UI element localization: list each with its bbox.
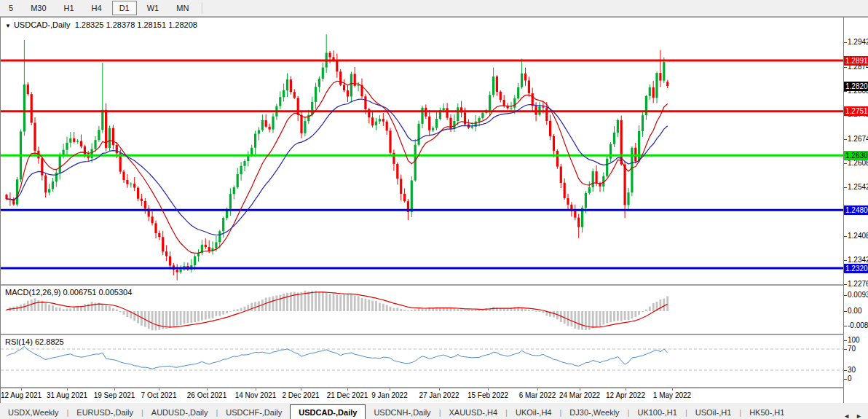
date-label: 31 Aug 2021 (47, 391, 87, 399)
date-tick (580, 388, 580, 391)
timeframe-button-5[interactable]: 5 (1, 1, 20, 15)
chart-tab-usoil-h1[interactable]: USOil-,H1 (687, 406, 740, 419)
date-tick (488, 388, 489, 391)
timeframe-toolbar: 5M30H1H4D1W1MN (0, 0, 868, 17)
candles-layer (5, 34, 668, 280)
chart-tab-usdx-weekly[interactable]: USDX,Weekly (0, 406, 66, 419)
macd-signal-value: 0.005304 (98, 288, 132, 297)
axis-tick (844, 379, 847, 380)
bar-close-value: 1.28208 (168, 20, 197, 29)
axis-tick (844, 340, 847, 341)
axis-tick (844, 139, 847, 140)
date-label: 12 Apr 2022 (606, 391, 645, 399)
timeframe-button-M30[interactable]: M30 (23, 1, 53, 15)
price-line-badge-1.23203: 1.23203 (844, 264, 868, 273)
macd-indicator-label: MACD(12,26,9) 0.006751 0.005304 (5, 288, 132, 297)
date-tick (256, 388, 256, 391)
price-tick-label: 1.22760 (848, 280, 868, 288)
axis-tick (844, 370, 847, 371)
date-label: 15 Feb 2022 (467, 391, 508, 399)
chart-tab-audusd-daily[interactable]: AUDUSD-,Daily (143, 406, 216, 419)
timeframe-button-D1[interactable]: D1 (112, 1, 137, 15)
axis-tick (844, 284, 847, 285)
price-line-badge-1.24800: 1.24800 (844, 205, 868, 215)
bar-low-value: 1.28151 (137, 20, 166, 29)
price-line-badge-1.27515: 1.27515 (844, 106, 868, 116)
axis-tick (844, 326, 847, 326)
price-line-badge-1.28208: 1.28208 (844, 82, 868, 91)
date-tick (672, 388, 673, 391)
rsi-value: 62.8825 (35, 337, 64, 346)
date-axis[interactable]: 12 Aug 202131 Aug 202119 Sep 20217 Oct 2… (1, 388, 843, 403)
tabs-scroll-left-icon[interactable]: ◄ (843, 412, 850, 419)
chart-tab-uk100-h1[interactable]: UK100-,H1 (629, 406, 684, 419)
chart-tab-ukoil-h4[interactable]: UKOil-,H4 (508, 406, 560, 419)
timeframe-button-W1[interactable]: W1 (140, 1, 167, 15)
date-label: 9 Jan 2022 (371, 391, 408, 399)
axis-tick (844, 187, 847, 188)
macd-axis-label: 0.009345 (848, 291, 868, 299)
axis-tick (844, 349, 847, 350)
tabs-scroll-controls: ◄► (837, 412, 868, 419)
date-tick (390, 388, 390, 391)
price-tick-label: 1.23420 (848, 256, 868, 264)
chart-tabs-bar: USDX,Weekly|EURUSD-,Daily|AUDUSD-,Daily|… (0, 402, 868, 419)
macd-axis-label: 0.00 (848, 307, 861, 315)
axis-tick (844, 42, 847, 43)
timeframe-button-MN[interactable]: MN (169, 1, 196, 15)
panel-separator[interactable] (1, 284, 868, 286)
toolbar-separator (202, 2, 203, 14)
collapse-indicator-icon[interactable]: ▼ (5, 23, 11, 29)
macd-name: MACD(12,26,9) (5, 288, 60, 297)
date-tick (207, 388, 208, 391)
date-label: 6 Mar 2022 (519, 391, 556, 399)
date-tick (114, 388, 115, 391)
date-tick (159, 388, 159, 391)
bar-high-value: 1.28378 (106, 20, 135, 29)
rsi-axis-label: 100 (848, 336, 860, 344)
date-label: 1 May 2022 (653, 391, 691, 399)
date-tick (301, 388, 301, 391)
chart-symbol-period: USDCAD-,Daily (14, 20, 71, 29)
date-tick (347, 388, 348, 391)
price-chart-canvas[interactable] (1, 17, 843, 403)
date-label: 12 Aug 2021 (1, 391, 42, 399)
date-tick (21, 388, 22, 391)
axis-tick (844, 295, 847, 296)
horizontal-lines-layer (1, 60, 843, 268)
date-label: 26 Oct 2021 (187, 391, 226, 399)
rsi-axis-label: 30 (848, 366, 856, 374)
tabs-scroll-right-icon[interactable]: ► (856, 412, 862, 419)
timeframe-button-H4[interactable]: H4 (84, 1, 109, 15)
chart-tab-xauusd-h4[interactable]: XAUUSD-,H4 (441, 406, 505, 419)
chart-tab-usdcad-daily[interactable]: USDCAD-,Daily (290, 404, 366, 419)
bar-open-value: 1.28325 (75, 20, 104, 29)
rsi-layer (1, 346, 843, 370)
axis-tick (844, 236, 847, 237)
date-tick (626, 388, 626, 391)
axis-tick (844, 260, 847, 261)
date-tick (439, 388, 440, 391)
rsi-axis-label: 0 (848, 375, 852, 383)
chart-window: ▼USDCAD-,Daily 1.28325 1.28378 1.28151 1… (0, 17, 868, 402)
price-tick-label: 1.26740 (848, 135, 868, 143)
chart-tab-hk50-h1[interactable]: HK50-,H1 (741, 406, 792, 419)
axis-tick (844, 67, 847, 68)
timeframe-button-H1[interactable]: H1 (57, 1, 82, 15)
price-tick-label: 1.29420 (848, 38, 868, 46)
rsi-axis-label: 70 (848, 345, 856, 353)
chart-tab-usdcnh-daily[interactable]: USDCNH-,Daily (366, 406, 438, 419)
date-label: 24 Mar 2022 (559, 391, 600, 399)
date-label: 2 Dec 2021 (282, 391, 319, 399)
date-tick (67, 388, 68, 391)
date-label: 21 Dec 2021 (327, 391, 368, 399)
price-axis[interactable]: 1.294201.287401.280801.274201.267401.260… (843, 17, 868, 403)
price-tick-label: 1.24080 (848, 232, 868, 240)
macd-axis-label: -0.008902 (848, 321, 868, 329)
rsi-name: RSI(14) (5, 337, 33, 346)
chart-tab-dj30-weekly[interactable]: DJ30-,Weekly (561, 406, 627, 419)
chart-tab-usdchf-daily[interactable]: USDCHF-,Daily (218, 406, 290, 419)
panel-separator[interactable] (1, 334, 868, 336)
chart-tab-eurusd-daily[interactable]: EURUSD-,Daily (68, 406, 141, 419)
chart-title: ▼USDCAD-,Daily 1.28325 1.28378 1.28151 1… (5, 20, 197, 29)
